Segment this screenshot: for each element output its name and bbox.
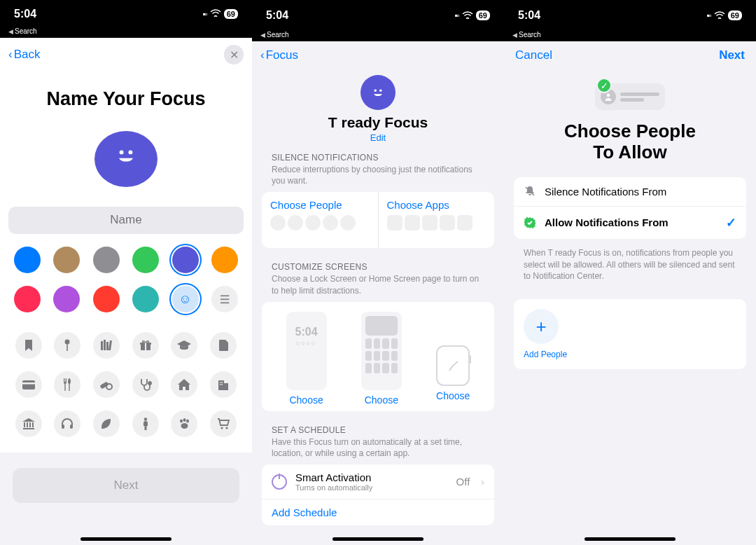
svg-rect-27 [62, 425, 64, 429]
battery-level: 69 [728, 11, 742, 20]
screen-focus-settings: 5:04 ▪▫69 ◀Search ‹Focus T ready Focus E… [252, 0, 504, 545]
icon-grad-cap[interactable] [171, 332, 197, 359]
color-green[interactable] [132, 247, 159, 273]
status-bar: 5:04 ▪▫ 69 [0, 0, 252, 27]
add-people-label: Add People [524, 350, 736, 359]
color-red[interactable] [93, 286, 120, 312]
add-people-button[interactable]: + [524, 309, 559, 344]
svg-point-37 [379, 90, 382, 92]
svg-rect-7 [108, 340, 112, 350]
svg-rect-16 [218, 380, 224, 390]
choose-people-button[interactable]: Choose People [262, 192, 379, 248]
bell-slash-icon [524, 186, 536, 197]
icon-person[interactable] [132, 411, 159, 437]
back-button[interactable]: ‹ Back [8, 48, 40, 62]
icon-bookmark[interactable] [15, 332, 42, 359]
next-button[interactable]: Next [13, 468, 239, 503]
home-indicator[interactable] [332, 537, 424, 541]
signal-icon: ▪▫ [454, 11, 459, 20]
icon-bank[interactable] [15, 411, 42, 437]
icon-utensils[interactable] [54, 371, 80, 398]
breadcrumb[interactable]: ◀Search [252, 31, 504, 41]
home-indicator[interactable] [80, 537, 172, 541]
color-teal[interactable] [132, 286, 159, 312]
color-orange[interactable] [211, 247, 238, 273]
status-bar: 5:04 ▪▫69 [252, 0, 504, 31]
svg-point-34 [221, 427, 223, 429]
icon-leaf[interactable] [93, 411, 120, 437]
focus-name-input[interactable] [8, 207, 244, 234]
color-gray[interactable] [93, 247, 120, 273]
svg-rect-22 [23, 428, 34, 429]
close-button[interactable]: ✕ [224, 45, 244, 64]
option-allow[interactable]: Allow Notifications From ✓ [514, 207, 746, 239]
next-button[interactable]: Next [719, 48, 745, 62]
page-title: Name Your Focus [0, 88, 252, 110]
icon-grid [0, 325, 252, 444]
home-screen-option[interactable]: Choose [361, 312, 402, 406]
signal-icon: ▪▫ [706, 11, 711, 20]
page-title: Choose PeopleTo Allow [504, 121, 756, 163]
svg-rect-21 [222, 384, 223, 385]
icon-gift[interactable] [132, 332, 159, 359]
signal-icon: ▪▫ [202, 9, 207, 19]
silence-description: Reduce interruptions by choosing just th… [252, 163, 504, 192]
lock-screen-preview: 5:04○○○○ [286, 312, 327, 390]
icon-list-button[interactable]: ☰ [211, 286, 238, 312]
svg-point-29 [144, 418, 147, 420]
checkmark-icon: ✓ [726, 215, 736, 230]
svg-point-15 [148, 382, 151, 385]
breadcrumb[interactable]: ◀Search [0, 27, 252, 38]
svg-point-36 [374, 90, 376, 92]
cancel-button[interactable]: Cancel [515, 48, 552, 62]
checkmark-seal-icon [524, 217, 536, 228]
color-pink[interactable] [14, 286, 41, 312]
option-silence[interactable]: Silence Notifications From [514, 177, 746, 207]
svg-point-32 [186, 420, 189, 423]
color-brown[interactable] [53, 247, 80, 273]
option-note: When T ready Focus is on, notifications … [504, 244, 756, 285]
icon-building[interactable] [210, 371, 237, 398]
icon-document[interactable] [210, 332, 237, 359]
svg-rect-4 [101, 341, 103, 350]
icon-cart[interactable] [210, 411, 237, 437]
illustration: ✓ [581, 83, 679, 110]
lock-screen-option[interactable]: 5:04○○○○ Choose [286, 312, 327, 406]
svg-rect-26 [32, 422, 34, 427]
home-indicator[interactable] [584, 537, 676, 541]
watch-face-option[interactable]: Choose [436, 312, 470, 406]
status-time: 5:04 [518, 9, 540, 22]
icon-headphones[interactable] [54, 411, 80, 437]
svg-rect-5 [104, 340, 106, 350]
icon-paw[interactable] [171, 411, 197, 437]
checkmark-badge-icon: ✓ [596, 78, 612, 93]
color-purple[interactable] [53, 286, 80, 312]
chevron-left-icon: ◀ [8, 28, 13, 35]
color-row-1 [0, 247, 252, 273]
svg-point-1 [128, 150, 132, 154]
chevron-right-icon: › [481, 476, 484, 488]
color-blue[interactable] [14, 247, 41, 273]
add-schedule-button[interactable]: Add Schedule [262, 499, 494, 525]
smart-activation-row[interactable]: Smart ActivationTurns on automatically O… [262, 464, 494, 499]
svg-point-0 [120, 150, 124, 154]
breadcrumb[interactable]: ◀Search [504, 31, 756, 41]
emoji-picker-button[interactable]: ☺ [172, 286, 199, 312]
icon-card[interactable] [15, 371, 42, 398]
icon-pin[interactable] [54, 332, 80, 359]
color-indigo[interactable] [172, 247, 199, 273]
focus-header: T ready Focus Edit [252, 69, 504, 153]
icon-pills[interactable] [93, 371, 120, 398]
choose-apps-button[interactable]: Choose Apps [379, 192, 495, 248]
back-button[interactable]: ‹Focus [260, 48, 298, 62]
schedule-description: Have this Focus turn on automatically at… [252, 435, 504, 464]
icon-house[interactable] [171, 371, 197, 398]
icon-books[interactable] [93, 332, 120, 359]
icon-stethoscope[interactable] [132, 371, 159, 398]
svg-point-14 [106, 384, 112, 389]
svg-rect-24 [27, 422, 28, 427]
edit-button[interactable]: Edit [252, 132, 504, 143]
close-icon: ✕ [230, 48, 239, 62]
wifi-icon [462, 11, 473, 21]
options-card: Silence Notifications From Allow Notific… [514, 177, 746, 239]
